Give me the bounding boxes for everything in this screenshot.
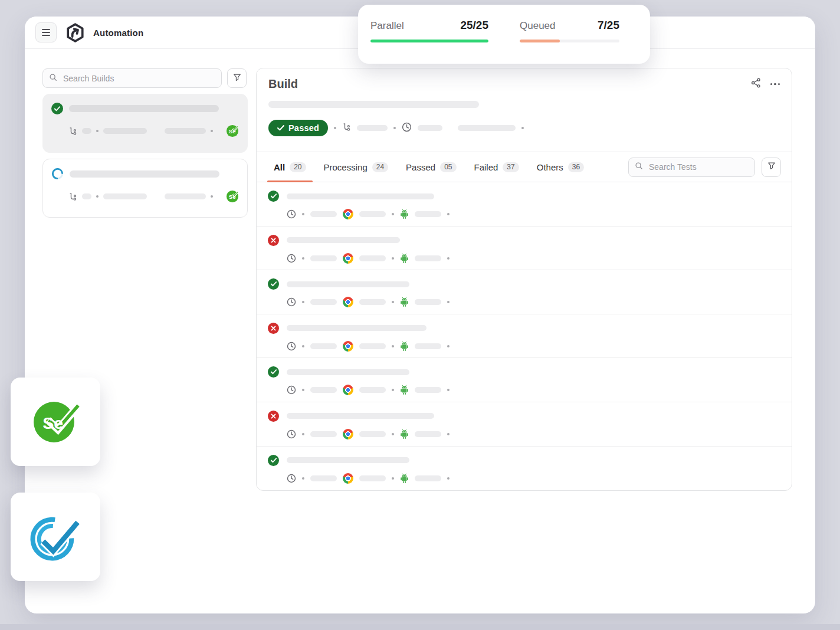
android-icon xyxy=(400,385,409,395)
separator-dot xyxy=(392,301,394,303)
meta-skeleton xyxy=(310,387,337,393)
meta-skeleton xyxy=(415,211,441,217)
meta-skeleton xyxy=(103,193,147,199)
build-title-skeleton xyxy=(70,170,219,178)
search-builds-input[interactable] xyxy=(62,73,215,84)
build-meta-row: Se xyxy=(68,124,239,137)
status-badge: Passed xyxy=(268,120,328,136)
queued-label: Queued xyxy=(520,20,556,32)
separator-dot xyxy=(302,213,304,215)
test-title-skeleton xyxy=(287,281,409,287)
meta-skeleton xyxy=(310,211,337,217)
meta-skeleton xyxy=(359,211,386,217)
meta-skeleton xyxy=(415,387,441,393)
clock-icon xyxy=(287,254,296,263)
separator-dot xyxy=(447,301,449,303)
meta-skeleton xyxy=(415,343,441,349)
tab-failed[interactable]: Failed 37 xyxy=(465,152,528,182)
queued-progress-track xyxy=(520,40,619,42)
meta-skeleton xyxy=(415,299,441,305)
meta-skeleton xyxy=(359,387,386,393)
separator-dot xyxy=(302,433,304,435)
chrome-icon xyxy=(343,385,353,395)
meta-skeleton xyxy=(310,255,337,261)
share-icon[interactable] xyxy=(751,78,761,90)
separator-dot xyxy=(447,477,449,480)
android-icon xyxy=(400,209,409,219)
test-row-4[interactable] xyxy=(257,314,792,359)
test-title-skeleton xyxy=(287,457,409,463)
tab-count-badge: 37 xyxy=(503,162,519,172)
meta-skeleton xyxy=(359,431,386,437)
separator-dot xyxy=(447,433,449,435)
android-icon xyxy=(400,429,409,439)
passed-check-icon xyxy=(268,455,279,466)
meta-skeleton xyxy=(310,299,337,305)
meta-skeleton xyxy=(310,431,337,437)
test-row-1[interactable] xyxy=(257,182,792,227)
passed-check-icon xyxy=(268,191,279,202)
build-meta-row: Se xyxy=(68,190,239,203)
more-options-icon[interactable] xyxy=(770,81,780,88)
tab-all[interactable]: All 20 xyxy=(265,152,315,182)
tab-others[interactable]: Others 36 xyxy=(528,152,593,182)
tab-count-badge: 20 xyxy=(290,162,306,172)
search-icon xyxy=(49,73,57,84)
separator-dot xyxy=(392,345,394,347)
passed-check-icon xyxy=(51,103,63,114)
selenium-logo-card: Se xyxy=(11,378,100,466)
builds-sidebar: Se Se xyxy=(42,68,248,218)
separator-dot xyxy=(392,389,394,391)
test-row-7[interactable] xyxy=(257,447,792,491)
menu-hamburger-button[interactable] xyxy=(35,22,57,42)
search-builds-field[interactable] xyxy=(42,68,222,88)
test-row-3[interactable] xyxy=(257,270,792,314)
parallel-progress-track xyxy=(370,40,488,42)
separator-dot xyxy=(392,213,394,215)
filter-funnel-icon xyxy=(233,73,241,84)
chrome-icon xyxy=(343,473,353,484)
test-meta-row xyxy=(287,341,792,352)
failed-cross-icon xyxy=(268,411,279,422)
bottom-edge-strip xyxy=(0,624,840,630)
tests-list xyxy=(257,182,792,490)
build-name-skeleton xyxy=(268,101,479,108)
test-row-2[interactable] xyxy=(257,227,792,271)
separator-dot xyxy=(302,257,304,260)
branch-icon xyxy=(68,127,77,136)
codecept-check-logo-icon xyxy=(28,508,83,566)
branch-icon xyxy=(68,192,77,201)
clock-icon xyxy=(287,385,296,395)
meta-skeleton xyxy=(359,343,386,349)
builds-filter-button[interactable] xyxy=(227,68,247,88)
meta-skeleton xyxy=(103,128,147,134)
android-icon xyxy=(400,473,409,484)
queued-value: 7/25 xyxy=(598,19,619,32)
chrome-icon xyxy=(343,209,353,219)
clock-icon xyxy=(287,209,296,219)
build-card-1[interactable]: Se xyxy=(42,94,248,153)
tab-passed[interactable]: Passed 05 xyxy=(397,152,465,182)
tests-filter-button[interactable] xyxy=(762,158,781,177)
parallel-stat: Parallel 25/25 xyxy=(370,19,488,64)
search-tests-input[interactable] xyxy=(648,162,749,172)
concurrency-stats-card: Parallel 25/25 Queued 7/25 xyxy=(358,5,650,64)
meta-skeleton xyxy=(359,255,386,261)
passed-check-icon xyxy=(268,366,279,378)
separator-dot xyxy=(302,389,304,391)
test-meta-row xyxy=(287,385,792,395)
tab-processing[interactable]: Processing 24 xyxy=(315,152,398,182)
separator-dot xyxy=(302,301,304,303)
separator-dot xyxy=(447,345,449,347)
test-row-5[interactable] xyxy=(257,358,792,402)
meta-skeleton xyxy=(415,475,441,481)
build-card-2[interactable]: Se xyxy=(42,159,248,218)
selenium-logo-icon: Se xyxy=(31,396,80,448)
separator-dot xyxy=(447,213,449,215)
meta-skeleton xyxy=(82,193,91,199)
test-title-skeleton xyxy=(287,413,434,419)
separator-dot xyxy=(211,195,213,198)
search-tests-field[interactable] xyxy=(628,158,755,177)
test-title-skeleton xyxy=(287,369,409,375)
test-row-6[interactable] xyxy=(257,402,792,447)
